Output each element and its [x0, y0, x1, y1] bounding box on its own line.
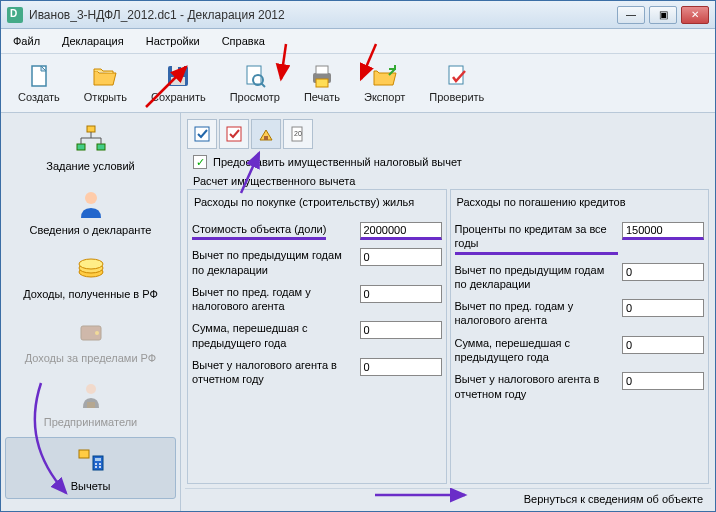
- deduction-checkbox[interactable]: ✓: [193, 155, 207, 169]
- right-column: Расходы по погашению кредитов Проценты п…: [450, 189, 710, 484]
- input-prev-decl[interactable]: [360, 248, 442, 266]
- input-r-prev-decl[interactable]: [622, 263, 704, 281]
- sidebar-declarant[interactable]: Сведения о декларанте: [5, 181, 176, 243]
- input-prev-agent[interactable]: [360, 285, 442, 303]
- svg-rect-3: [178, 67, 181, 72]
- svg-point-34: [99, 463, 101, 465]
- maximize-button[interactable]: ▣: [649, 6, 677, 24]
- field-carryover: Сумма, перешедшая с предыдущего года: [192, 321, 442, 350]
- field-cost: Стоимость объекта (доли): [192, 222, 442, 240]
- content-area: 20 ✓ Предоставить имущественный налоговы…: [181, 113, 715, 511]
- toolbar-save[interactable]: Сохранить: [140, 58, 217, 108]
- input-agent-year[interactable]: [360, 358, 442, 376]
- titlebar: Иванов_3-НДФЛ_2012.dc1 - Декларация 2012…: [1, 1, 715, 29]
- input-cost[interactable]: [360, 222, 442, 240]
- minimize-button[interactable]: —: [617, 6, 645, 24]
- svg-text:20: 20: [294, 130, 302, 137]
- menu-settings[interactable]: Настройки: [142, 33, 204, 49]
- back-link[interactable]: Вернуться к сведениям об объекте: [185, 488, 711, 507]
- toolbar-open[interactable]: Открыть: [73, 58, 138, 108]
- field-prev-agent: Вычет по пред. годам у налогового агента: [192, 285, 442, 314]
- sidebar-income-rf[interactable]: Доходы, полученные в РФ: [5, 245, 176, 307]
- svg-rect-10: [316, 79, 328, 87]
- svg-point-25: [79, 259, 103, 269]
- check-icon: [443, 63, 471, 89]
- input-interest[interactable]: [622, 222, 704, 240]
- input-r-carryover[interactable]: [622, 336, 704, 354]
- icon-btn-2[interactable]: [219, 119, 249, 149]
- svg-point-33: [95, 463, 97, 465]
- app-window: Иванов_3-НДФЛ_2012.dc1 - Декларация 2012…: [0, 0, 716, 512]
- menu-file[interactable]: Файл: [9, 33, 44, 49]
- file-new-icon: [25, 63, 53, 89]
- left-col-title: Расходы по покупке (строительству) жилья: [192, 194, 442, 214]
- money-icon: [75, 252, 107, 284]
- calc-icon: [75, 444, 107, 476]
- wallet-icon: [75, 316, 107, 348]
- section-title: Расчет имущественного вычета: [185, 173, 711, 189]
- svg-point-28: [86, 384, 96, 394]
- checkbox-label: Предоставить имущественный налоговый выч…: [213, 156, 462, 168]
- toolbar-export[interactable]: Экспорт: [353, 58, 416, 108]
- field-r-agent-year: Вычет у налогового агента в отчетном год…: [455, 372, 705, 401]
- preview-icon: [241, 63, 269, 89]
- svg-rect-38: [227, 127, 241, 141]
- folder-open-icon: [91, 63, 119, 89]
- input-r-agent-year[interactable]: [622, 372, 704, 390]
- icon-btn-4[interactable]: 20: [283, 119, 313, 149]
- svg-rect-32: [95, 458, 101, 461]
- sidebar-income-foreign[interactable]: Доходы за пределами РФ: [5, 309, 176, 371]
- two-columns: Расходы по покупке (строительству) жилья…: [185, 189, 711, 484]
- left-column: Расходы по покупке (строительству) жилья…: [187, 189, 447, 484]
- field-agent-year: Вычет у налогового агента в отчетном год…: [192, 358, 442, 387]
- disk-icon: [164, 63, 192, 89]
- svg-point-27: [95, 331, 99, 335]
- field-r-prev-agent: Вычет по пред. годам у налогового агента: [455, 299, 705, 328]
- printer-icon: [308, 63, 336, 89]
- toolbar-check[interactable]: Проверить: [418, 58, 495, 108]
- right-col-title: Расходы по погашению кредитов: [455, 194, 705, 214]
- field-interest: Проценты по кредитам за все годы: [455, 222, 705, 255]
- checkbox-row: ✓ Предоставить имущественный налоговый в…: [185, 151, 711, 173]
- svg-rect-4: [171, 77, 185, 85]
- svg-rect-15: [87, 126, 95, 132]
- menu-declaration[interactable]: Декларация: [58, 33, 128, 49]
- window-controls: — ▣ ✕: [617, 6, 709, 24]
- sidebar: Задание условий Сведения о декларанте До…: [1, 113, 181, 511]
- icon-btn-3[interactable]: [251, 119, 281, 149]
- main-area: Задание условий Сведения о декларанте До…: [1, 113, 715, 511]
- export-icon: [371, 63, 399, 89]
- input-carryover[interactable]: [360, 321, 442, 339]
- close-button[interactable]: ✕: [681, 6, 709, 24]
- sidebar-conditions[interactable]: Задание условий: [5, 117, 176, 179]
- svg-rect-39: [264, 136, 268, 140]
- svg-point-36: [99, 466, 101, 468]
- toolbar: Создать Открыть Сохранить Просмотр Печат…: [1, 54, 715, 113]
- tree-icon: [75, 124, 107, 156]
- field-r-prev-decl: Вычет по предыдущим годам по декларации: [455, 263, 705, 292]
- toolbar-preview[interactable]: Просмотр: [219, 58, 291, 108]
- svg-point-35: [95, 466, 97, 468]
- icon-btn-1[interactable]: [187, 119, 217, 149]
- svg-point-22: [85, 192, 97, 204]
- sidebar-deductions[interactable]: Вычеты: [5, 437, 176, 499]
- svg-rect-17: [97, 144, 105, 150]
- app-icon: [7, 7, 23, 23]
- sidebar-entrepreneurs[interactable]: Предприниматели: [5, 373, 176, 435]
- svg-line-7: [261, 83, 265, 87]
- toolbar-create[interactable]: Создать: [7, 58, 71, 108]
- input-r-prev-agent[interactable]: [622, 299, 704, 317]
- svg-rect-29: [87, 402, 95, 408]
- svg-rect-37: [195, 127, 209, 141]
- svg-rect-16: [77, 144, 85, 150]
- svg-rect-9: [316, 66, 328, 74]
- menubar: Файл Декларация Настройки Справка: [1, 29, 715, 54]
- icon-row: 20: [185, 117, 711, 151]
- bizman-icon: [75, 380, 107, 412]
- field-prev-decl: Вычет по предыдущим годам по декларации: [192, 248, 442, 277]
- svg-rect-30: [79, 450, 89, 458]
- toolbar-print[interactable]: Печать: [293, 58, 351, 108]
- field-r-carryover: Сумма, перешедшая с предыдущего года: [455, 336, 705, 365]
- menu-help[interactable]: Справка: [218, 33, 269, 49]
- person-icon: [75, 188, 107, 220]
